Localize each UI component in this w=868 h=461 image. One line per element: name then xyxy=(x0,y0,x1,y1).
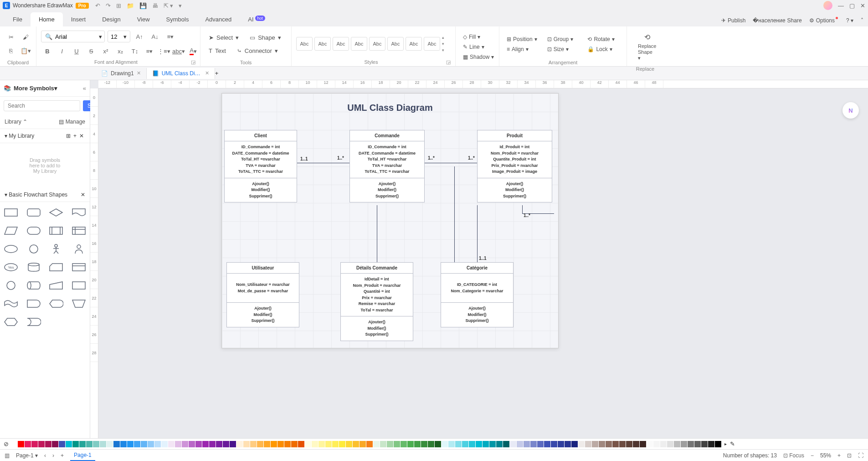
font-size-input[interactable] xyxy=(111,33,123,40)
color-swatch[interactable] xyxy=(667,441,673,447)
color-swatch[interactable] xyxy=(394,441,400,447)
increase-font-button[interactable]: A↑ xyxy=(133,31,146,42)
style-preset-4[interactable]: Abc xyxy=(351,37,367,51)
color-swatch[interactable] xyxy=(551,441,557,447)
tab-symbols[interactable]: Symbols xyxy=(158,12,197,26)
uml-class-utilisateur[interactable]: Utilisateur Nom_Utilisateur = nvarcharMo… xyxy=(226,262,299,327)
color-swatch[interactable] xyxy=(565,441,571,447)
text-align-button[interactable]: ≡▾ xyxy=(164,31,177,42)
color-swatch[interactable] xyxy=(462,441,468,447)
decrease-font-button[interactable]: A↓ xyxy=(149,31,161,42)
styles-dialog-button[interactable]: ◲ xyxy=(446,59,451,65)
color-swatch[interactable] xyxy=(11,441,17,447)
tab-design[interactable]: Design xyxy=(94,12,128,26)
shape-hexagon[interactable] xyxy=(2,315,20,329)
qat-more-button[interactable]: ▾ xyxy=(179,2,182,9)
uml-class-details[interactable]: Détails Commande IdDetail = intNom_Produ… xyxy=(340,262,413,341)
line-spacing-button[interactable]: ≡▾ xyxy=(143,45,156,57)
style-preset-3[interactable]: Abc xyxy=(333,37,349,51)
uml-class-categorie[interactable]: Catégorie ID_CATEGORIE = intNom_Categori… xyxy=(441,262,514,327)
color-swatch[interactable] xyxy=(230,441,236,447)
color-swatch[interactable] xyxy=(640,441,646,447)
eyedropper-button[interactable]: ✎ xyxy=(730,440,735,447)
add-page-button[interactable]: + xyxy=(61,452,64,459)
color-swatch[interactable] xyxy=(195,441,202,447)
color-swatch[interactable] xyxy=(305,441,311,447)
color-swatch[interactable] xyxy=(161,441,168,447)
color-swatch[interactable] xyxy=(612,441,619,447)
color-swatch[interactable] xyxy=(660,441,667,447)
shape-document[interactable] xyxy=(70,206,88,219)
color-swatch[interactable] xyxy=(339,441,345,447)
color-swatch[interactable] xyxy=(291,441,298,447)
new-tab-button[interactable]: + xyxy=(215,70,219,77)
minimize-button[interactable]: ― xyxy=(838,2,844,9)
assoc-line[interactable] xyxy=(454,166,455,262)
color-swatch[interactable] xyxy=(592,441,598,447)
shape-person[interactable] xyxy=(47,242,66,256)
shape-manual-input[interactable] xyxy=(47,279,66,292)
font-color-button[interactable]: A▾ xyxy=(187,45,200,57)
diagram-title[interactable]: UML Class Diagram xyxy=(222,93,558,113)
color-swatch[interactable] xyxy=(127,441,134,447)
color-swatch[interactable] xyxy=(496,441,503,447)
shape-rect2[interactable] xyxy=(70,279,88,292)
color-swatch[interactable] xyxy=(66,441,72,447)
color-swatch[interactable] xyxy=(182,441,188,447)
color-swatch[interactable] xyxy=(100,441,106,447)
shape-internal-storage[interactable] xyxy=(70,224,88,238)
color-swatch[interactable] xyxy=(216,441,222,447)
color-swatch[interactable] xyxy=(483,441,489,447)
align-button[interactable]: ≡ Align ▾ xyxy=(504,45,540,54)
shape-terminator2[interactable] xyxy=(25,315,43,329)
assoc-line[interactable] xyxy=(477,205,478,262)
copy-button[interactable]: ⎘ xyxy=(5,45,17,57)
color-swatch[interactable] xyxy=(31,441,38,447)
color-swatch[interactable] xyxy=(428,441,434,447)
style-preset-5[interactable]: Abc xyxy=(369,37,385,51)
lock-button[interactable]: 🔒 Lock ▾ xyxy=(585,45,621,54)
shape-cylinder-h[interactable] xyxy=(25,279,43,292)
highlight-button[interactable]: abc▾ xyxy=(172,45,185,57)
paste-button[interactable]: 📋▾ xyxy=(19,45,32,57)
more-symbols-button[interactable]: More Symbols▾ xyxy=(14,85,80,92)
collapse-ribbon-button[interactable]: ˄ xyxy=(861,17,863,24)
page-selector[interactable]: Page-1 ▾ xyxy=(16,452,38,459)
lib-action-1[interactable]: ⊞ xyxy=(66,133,71,139)
color-swatch[interactable] xyxy=(571,441,578,447)
canvas[interactable]: UML Class Diagram 1..1 1..* 1..* 1..* 1.… xyxy=(98,88,868,438)
style-preset-2[interactable]: Abc xyxy=(314,37,331,51)
zoom-level[interactable]: 55% xyxy=(820,452,831,459)
lib-action-2[interactable]: + xyxy=(73,133,77,139)
replace-shape-button[interactable]: ⟲ ReplaceShape ▾ xyxy=(632,29,663,65)
color-swatch[interactable] xyxy=(325,441,332,447)
color-swatch[interactable] xyxy=(701,441,708,447)
shape-predefined[interactable] xyxy=(47,224,66,238)
format-painter-button[interactable]: 🖌 xyxy=(19,31,32,43)
color-swatch[interactable] xyxy=(455,441,462,447)
more-colors-button[interactable]: ▸ xyxy=(724,441,727,446)
color-swatch[interactable] xyxy=(503,441,509,447)
options-button[interactable]: ⚙ Options xyxy=(809,17,839,24)
text-direction-button[interactable]: T↕ xyxy=(128,45,141,57)
publish-button[interactable]: ✈ Publish xyxy=(721,17,745,24)
assoc-line[interactable] xyxy=(522,205,523,213)
color-swatch[interactable] xyxy=(401,441,407,447)
collapse-panel-button[interactable]: « xyxy=(83,85,86,92)
style-down-button[interactable]: ▾ xyxy=(442,41,444,46)
export-button[interactable]: ⇱ ▾ xyxy=(164,2,174,9)
cut-button[interactable]: ✂ xyxy=(5,31,17,43)
italic-button[interactable]: I xyxy=(56,45,68,57)
color-swatch[interactable] xyxy=(585,441,591,447)
style-up-button[interactable]: ▴ xyxy=(442,35,444,40)
color-swatch[interactable] xyxy=(353,441,359,447)
color-swatch[interactable] xyxy=(346,441,352,447)
color-swatch[interactable] xyxy=(86,441,92,447)
color-swatch[interactable] xyxy=(59,441,65,447)
color-swatch[interactable] xyxy=(448,441,455,447)
tab-home[interactable]: Home xyxy=(31,12,63,26)
color-swatch[interactable] xyxy=(154,441,161,447)
color-swatch[interactable] xyxy=(223,441,229,447)
style-preset-6[interactable]: Abc xyxy=(387,37,404,51)
fullscreen-button[interactable]: ⛶ xyxy=(858,452,863,459)
